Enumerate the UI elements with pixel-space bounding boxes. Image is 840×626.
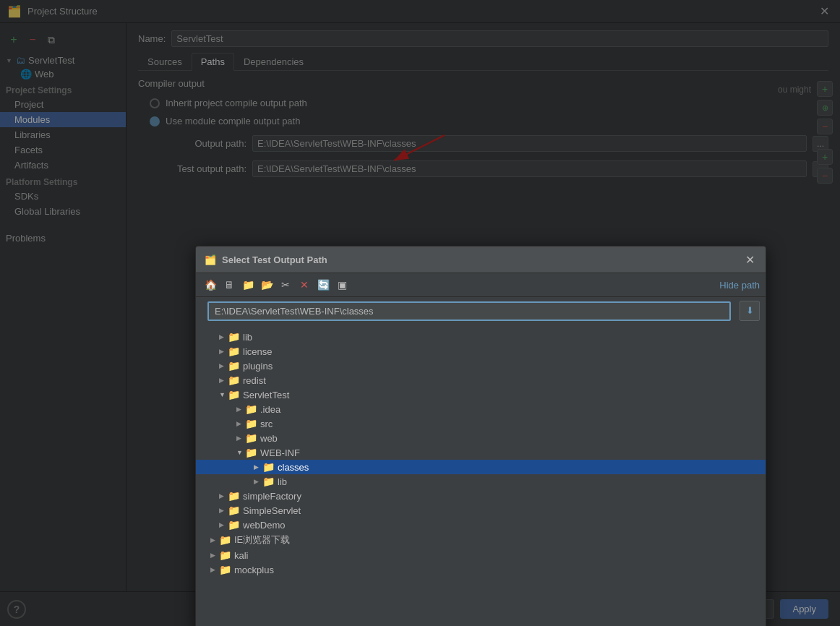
file-tree-item-classes[interactable]: ▶ 📁 classes [196, 460, 766, 474]
file-tree-item-ie[interactable]: ▶ 📁 IE浏览器下载 [196, 532, 766, 548]
dialog-icon: 🗂️ [205, 254, 216, 265]
file-tree-item-simpleservlet[interactable]: ▶ 📁 SimpleServlet [196, 503, 766, 518]
toolbar-view-button[interactable]: ▣ [333, 276, 351, 293]
ft-arrow-classes: ▶ [254, 463, 262, 471]
ft-folder-icon-servlettest: 📁 [228, 389, 240, 400]
ft-folder-icon-simplefactory: 📁 [228, 490, 240, 502]
dialog-title: 🗂️ Select Test Output Path [205, 254, 327, 265]
toolbar-delete-button[interactable]: ✕ [296, 276, 313, 293]
ft-label-ie: IE浏览器下载 [234, 533, 290, 546]
file-tree-item-webdemo[interactable]: ▶ 📁 webDemo [196, 518, 766, 532]
ft-label-kali: kali [234, 550, 249, 561]
ft-folder-icon-webinf-lib: 📁 [262, 476, 275, 487]
ft-label-lib: lib [243, 332, 252, 343]
dialog-toolbar-left: 🏠 🖥 📁 📂 ✂ ✕ 🔄 ▣ [202, 276, 351, 293]
ft-label-web: web [260, 433, 278, 444]
ft-arrow-license: ▶ [219, 348, 228, 355]
toolbar-new-folder-button[interactable]: 📂 [258, 276, 275, 293]
file-tree-item-license[interactable]: ▶ 📁 license [196, 344, 766, 359]
ft-label-simplefactory: simpleFactory [243, 491, 301, 502]
ft-folder-icon-web: 📁 [245, 432, 257, 444]
ft-label-idea: .idea [260, 404, 280, 415]
file-tree-item-mockplus[interactable]: ▶ 📁 mockplus [196, 562, 766, 577]
ft-folder-icon-plugins: 📁 [228, 360, 240, 372]
ft-label-simpleservlet: SimpleServlet [243, 505, 301, 516]
dialog-close-button[interactable]: ✕ [742, 252, 757, 267]
ft-arrow-lib: ▶ [219, 333, 228, 340]
ft-arrow-kali: ▶ [210, 552, 219, 559]
ft-arrow-idea: ▶ [236, 406, 245, 413]
ft-folder-icon-webinf: 📁 [245, 447, 257, 458]
file-tree: ▶ 📁 lib ▶ 📁 license ▶ 📁 plugins ▶ 📁 redi… [196, 327, 766, 626]
dialog-path-row: ⬇ [196, 297, 766, 327]
ft-folder-icon-idea: 📁 [245, 403, 257, 415]
dialog-title-text: Select Test Output Path [222, 254, 327, 265]
file-tree-item-idea[interactable]: ▶ 📁 .idea [196, 402, 766, 416]
ft-arrow-mockplus: ▶ [210, 566, 219, 573]
file-tree-item-plugins[interactable]: ▶ 📁 plugins [196, 359, 766, 373]
file-tree-item-redist[interactable]: ▶ 📁 redist [196, 373, 766, 387]
ft-folder-icon-mockplus: 📁 [219, 564, 231, 575]
dialog-path-input[interactable] [207, 301, 731, 321]
ft-label-license: license [243, 346, 272, 357]
ft-arrow-servlettest: ▼ [219, 391, 228, 398]
dialog-path-go-button[interactable]: ⬇ [740, 301, 760, 321]
ft-label-plugins: plugins [243, 361, 273, 372]
ft-folder-icon-classes: 📁 [262, 461, 275, 473]
file-tree-item-webinf-lib[interactable]: ▶ 📁 lib [196, 474, 766, 489]
toolbar-cut-button[interactable]: ✂ [277, 276, 294, 293]
file-tree-item-servlettest[interactable]: ▼ 📁 ServletTest [196, 387, 766, 402]
file-tree-item-web[interactable]: ▶ 📁 web [196, 431, 766, 445]
toolbar-folder-button[interactable]: 📁 [239, 276, 257, 293]
toolbar-desktop-button[interactable]: 🖥 [220, 276, 238, 293]
select-test-output-path-dialog: 🗂️ Select Test Output Path ✕ 🏠 🖥 📁 📂 ✂ ✕… [195, 246, 766, 626]
toolbar-home-button[interactable]: 🏠 [202, 276, 219, 293]
ft-arrow-webinf: ▼ [236, 449, 245, 456]
file-tree-item-simplefactory[interactable]: ▶ 📁 simpleFactory [196, 489, 766, 503]
file-tree-item-webinf[interactable]: ▼ 📁 WEB-INF [196, 445, 766, 460]
ft-arrow-ie: ▶ [210, 536, 219, 544]
ft-label-webinf: WEB-INF [260, 447, 300, 458]
ft-arrow-web: ▶ [236, 434, 245, 442]
hide-path-link[interactable]: Hide path [719, 280, 760, 291]
toolbar-refresh-button[interactable]: 🔄 [314, 276, 332, 293]
dialog-title-bar: 🗂️ Select Test Output Path ✕ [196, 246, 766, 273]
file-tree-item-lib[interactable]: ▶ 📁 lib [196, 330, 766, 344]
file-tree-item-src[interactable]: ▶ 📁 src [196, 416, 766, 431]
ft-arrow-webinf-lib: ▶ [254, 478, 262, 485]
ft-folder-icon-webdemo: 📁 [228, 519, 240, 531]
ft-arrow-simplefactory: ▶ [219, 492, 228, 499]
ft-label-servlettest: ServletTest [243, 390, 289, 400]
ft-label-redist: redist [243, 375, 266, 386]
ft-arrow-plugins: ▶ [219, 362, 228, 369]
ft-folder-icon-src: 📁 [245, 418, 257, 429]
ft-label-webdemo: webDemo [243, 520, 286, 531]
ft-label-mockplus: mockplus [234, 565, 274, 575]
ft-label-classes: classes [278, 462, 309, 473]
ft-arrow-simpleservlet: ▶ [219, 507, 228, 514]
dialog-toolbar: 🏠 🖥 📁 📂 ✂ ✕ 🔄 ▣ Hide path [196, 273, 766, 297]
ft-folder-icon-ie: 📁 [219, 534, 231, 546]
ft-folder-icon-simpleservlet: 📁 [228, 505, 240, 516]
ft-arrow-redist: ▶ [219, 377, 228, 384]
ft-label-webinf-lib: lib [278, 476, 287, 487]
ft-folder-icon-license: 📁 [228, 346, 240, 357]
ft-folder-icon-redist: 📁 [228, 374, 240, 386]
ft-folder-icon-lib: 📁 [228, 331, 240, 343]
ft-folder-icon-kali: 📁 [219, 549, 231, 561]
ft-arrow-webdemo: ▶ [219, 521, 228, 528]
ft-label-src: src [260, 419, 273, 429]
ft-arrow-src: ▶ [236, 420, 245, 427]
file-tree-item-kali[interactable]: ▶ 📁 kali [196, 548, 766, 562]
